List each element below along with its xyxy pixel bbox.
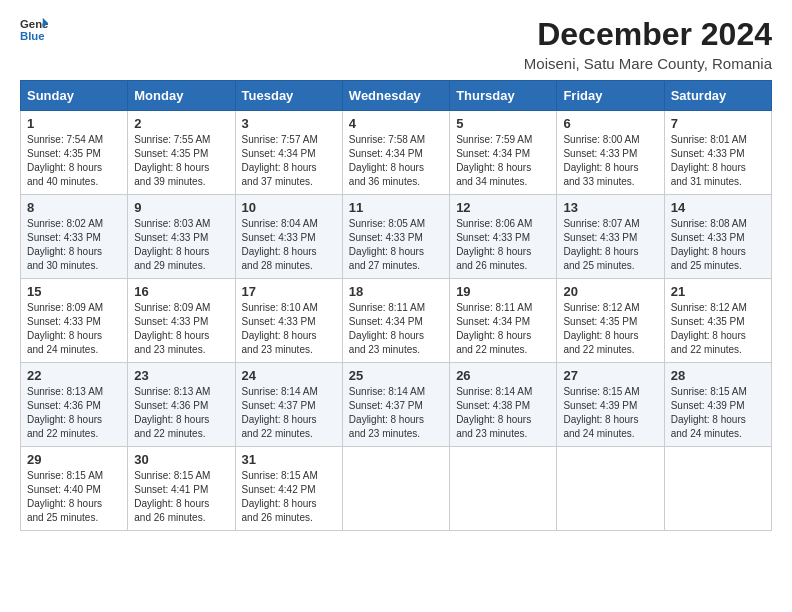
day-info: Sunrise: 8:12 AMSunset: 4:35 PMDaylight:… [671,301,765,357]
calendar-row: 1Sunrise: 7:54 AMSunset: 4:35 PMDaylight… [21,111,772,195]
day-info: Sunrise: 8:13 AMSunset: 4:36 PMDaylight:… [27,385,121,441]
day-number: 19 [456,284,550,299]
calendar-cell: 11Sunrise: 8:05 AMSunset: 4:33 PMDayligh… [342,195,449,279]
day-info: Sunrise: 8:10 AMSunset: 4:33 PMDaylight:… [242,301,336,357]
day-number: 20 [563,284,657,299]
day-info: Sunrise: 7:58 AMSunset: 4:34 PMDaylight:… [349,133,443,189]
calendar-cell [450,447,557,531]
calendar-row: 8Sunrise: 8:02 AMSunset: 4:33 PMDaylight… [21,195,772,279]
day-number: 22 [27,368,121,383]
calendar-body: 1Sunrise: 7:54 AMSunset: 4:35 PMDaylight… [21,111,772,531]
calendar-cell: 23Sunrise: 8:13 AMSunset: 4:36 PMDayligh… [128,363,235,447]
subtitle: Moiseni, Satu Mare County, Romania [524,55,772,72]
day-info: Sunrise: 8:00 AMSunset: 4:33 PMDaylight:… [563,133,657,189]
weekday-header-row: SundayMondayTuesdayWednesdayThursdayFrid… [21,81,772,111]
calendar-cell [664,447,771,531]
day-number: 30 [134,452,228,467]
day-info: Sunrise: 8:01 AMSunset: 4:33 PMDaylight:… [671,133,765,189]
calendar-cell: 20Sunrise: 8:12 AMSunset: 4:35 PMDayligh… [557,279,664,363]
day-number: 13 [563,200,657,215]
day-info: Sunrise: 8:15 AMSunset: 4:42 PMDaylight:… [242,469,336,525]
calendar-cell: 25Sunrise: 8:14 AMSunset: 4:37 PMDayligh… [342,363,449,447]
weekday-header-cell: Tuesday [235,81,342,111]
calendar-cell: 5Sunrise: 7:59 AMSunset: 4:34 PMDaylight… [450,111,557,195]
calendar-cell: 9Sunrise: 8:03 AMSunset: 4:33 PMDaylight… [128,195,235,279]
calendar-cell: 8Sunrise: 8:02 AMSunset: 4:33 PMDaylight… [21,195,128,279]
day-number: 24 [242,368,336,383]
day-info: Sunrise: 8:09 AMSunset: 4:33 PMDaylight:… [134,301,228,357]
day-number: 17 [242,284,336,299]
calendar-cell: 30Sunrise: 8:15 AMSunset: 4:41 PMDayligh… [128,447,235,531]
calendar-cell: 1Sunrise: 7:54 AMSunset: 4:35 PMDaylight… [21,111,128,195]
day-info: Sunrise: 7:55 AMSunset: 4:35 PMDaylight:… [134,133,228,189]
calendar-cell: 21Sunrise: 8:12 AMSunset: 4:35 PMDayligh… [664,279,771,363]
weekday-header-cell: Wednesday [342,81,449,111]
logo-icon: General Blue [20,16,48,44]
day-info: Sunrise: 7:54 AMSunset: 4:35 PMDaylight:… [27,133,121,189]
day-number: 14 [671,200,765,215]
calendar-cell: 22Sunrise: 8:13 AMSunset: 4:36 PMDayligh… [21,363,128,447]
day-info: Sunrise: 8:14 AMSunset: 4:37 PMDaylight:… [242,385,336,441]
day-info: Sunrise: 8:15 AMSunset: 4:40 PMDaylight:… [27,469,121,525]
day-number: 28 [671,368,765,383]
day-number: 10 [242,200,336,215]
day-number: 16 [134,284,228,299]
calendar-cell: 27Sunrise: 8:15 AMSunset: 4:39 PMDayligh… [557,363,664,447]
day-info: Sunrise: 8:03 AMSunset: 4:33 PMDaylight:… [134,217,228,273]
day-number: 3 [242,116,336,131]
calendar-cell: 2Sunrise: 7:55 AMSunset: 4:35 PMDaylight… [128,111,235,195]
calendar-cell: 29Sunrise: 8:15 AMSunset: 4:40 PMDayligh… [21,447,128,531]
day-info: Sunrise: 8:11 AMSunset: 4:34 PMDaylight:… [456,301,550,357]
day-info: Sunrise: 8:15 AMSunset: 4:41 PMDaylight:… [134,469,228,525]
day-number: 6 [563,116,657,131]
calendar-cell: 24Sunrise: 8:14 AMSunset: 4:37 PMDayligh… [235,363,342,447]
calendar-cell: 12Sunrise: 8:06 AMSunset: 4:33 PMDayligh… [450,195,557,279]
calendar-cell: 18Sunrise: 8:11 AMSunset: 4:34 PMDayligh… [342,279,449,363]
day-number: 8 [27,200,121,215]
day-number: 5 [456,116,550,131]
calendar-table: SundayMondayTuesdayWednesdayThursdayFrid… [20,80,772,531]
calendar-cell: 13Sunrise: 8:07 AMSunset: 4:33 PMDayligh… [557,195,664,279]
day-info: Sunrise: 7:57 AMSunset: 4:34 PMDaylight:… [242,133,336,189]
logo: General Blue [20,16,48,44]
day-number: 21 [671,284,765,299]
weekday-header-cell: Saturday [664,81,771,111]
day-number: 2 [134,116,228,131]
calendar-cell: 16Sunrise: 8:09 AMSunset: 4:33 PMDayligh… [128,279,235,363]
day-info: Sunrise: 8:14 AMSunset: 4:38 PMDaylight:… [456,385,550,441]
calendar-cell: 17Sunrise: 8:10 AMSunset: 4:33 PMDayligh… [235,279,342,363]
day-number: 31 [242,452,336,467]
calendar-cell: 7Sunrise: 8:01 AMSunset: 4:33 PMDaylight… [664,111,771,195]
day-info: Sunrise: 8:09 AMSunset: 4:33 PMDaylight:… [27,301,121,357]
day-info: Sunrise: 8:04 AMSunset: 4:33 PMDaylight:… [242,217,336,273]
day-number: 4 [349,116,443,131]
day-info: Sunrise: 8:15 AMSunset: 4:39 PMDaylight:… [671,385,765,441]
day-info: Sunrise: 8:15 AMSunset: 4:39 PMDaylight:… [563,385,657,441]
calendar-row: 22Sunrise: 8:13 AMSunset: 4:36 PMDayligh… [21,363,772,447]
calendar-cell: 6Sunrise: 8:00 AMSunset: 4:33 PMDaylight… [557,111,664,195]
weekday-header-cell: Friday [557,81,664,111]
svg-text:Blue: Blue [20,30,45,42]
day-info: Sunrise: 8:02 AMSunset: 4:33 PMDaylight:… [27,217,121,273]
day-info: Sunrise: 8:07 AMSunset: 4:33 PMDaylight:… [563,217,657,273]
day-info: Sunrise: 8:12 AMSunset: 4:35 PMDaylight:… [563,301,657,357]
calendar-row: 15Sunrise: 8:09 AMSunset: 4:33 PMDayligh… [21,279,772,363]
calendar-cell: 14Sunrise: 8:08 AMSunset: 4:33 PMDayligh… [664,195,771,279]
calendar-cell: 31Sunrise: 8:15 AMSunset: 4:42 PMDayligh… [235,447,342,531]
day-info: Sunrise: 8:14 AMSunset: 4:37 PMDaylight:… [349,385,443,441]
calendar-cell: 26Sunrise: 8:14 AMSunset: 4:38 PMDayligh… [450,363,557,447]
day-info: Sunrise: 8:13 AMSunset: 4:36 PMDaylight:… [134,385,228,441]
page-header: General Blue December 2024 Moiseni, Satu… [20,16,772,72]
day-info: Sunrise: 7:59 AMSunset: 4:34 PMDaylight:… [456,133,550,189]
day-number: 12 [456,200,550,215]
calendar-cell: 10Sunrise: 8:04 AMSunset: 4:33 PMDayligh… [235,195,342,279]
day-number: 11 [349,200,443,215]
calendar-cell: 28Sunrise: 8:15 AMSunset: 4:39 PMDayligh… [664,363,771,447]
day-number: 25 [349,368,443,383]
day-number: 9 [134,200,228,215]
calendar-cell [342,447,449,531]
day-info: Sunrise: 8:06 AMSunset: 4:33 PMDaylight:… [456,217,550,273]
weekday-header-cell: Thursday [450,81,557,111]
main-title: December 2024 [524,16,772,53]
title-area: December 2024 Moiseni, Satu Mare County,… [524,16,772,72]
